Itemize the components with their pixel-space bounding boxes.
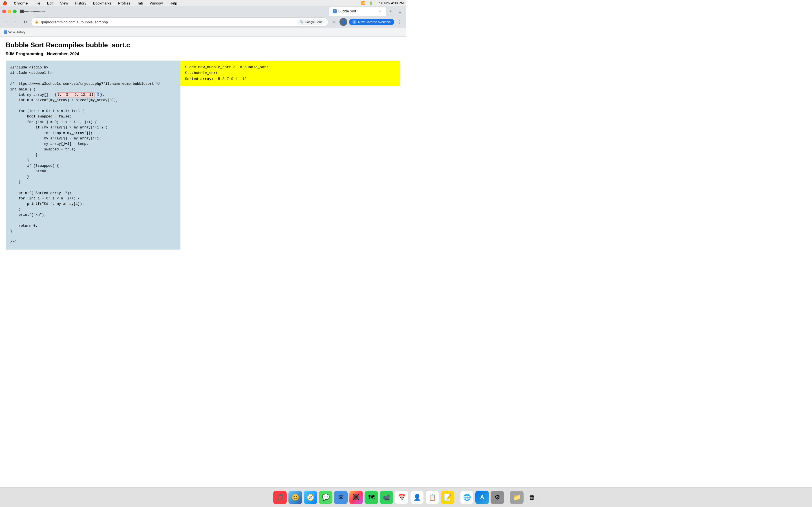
code-line: return 0; — [10, 223, 176, 229]
code-line: printf("%d ", my_array[i]); — [10, 202, 176, 207]
code-line: swapped = true; — [10, 147, 176, 152]
star-icon: ☆ — [332, 20, 336, 24]
menu-edit[interactable]: Edit — [46, 1, 54, 5]
code-line: for (int j = 0; j < n-i-1; j++) { — [10, 120, 176, 125]
code-line: } — [10, 152, 176, 158]
negative-highlight: -5 — [94, 93, 100, 98]
bookmark-view-history[interactable]: View History — [2, 30, 27, 34]
reload-icon: ↻ — [24, 20, 27, 24]
toolbar-icon-group: ⬛▪️▪️▪️▪️▪️▪️▪️▪️▪️▪️▪️▪️▪️▪️▪️▪️▪️▪️▪️ — [20, 10, 45, 13]
menu-bookmarks[interactable]: Bookmarks — [92, 1, 112, 5]
code-line: for (int i = 0; i < n-1; i++) { — [10, 109, 176, 114]
terminal-block: $ gcc new_bubble_sort.c -o bubble_sort $… — [181, 61, 400, 86]
code-block: #include <stdio.h> #include <stdbool.h> … — [6, 61, 181, 249]
tab-title: Bubble Sort — [338, 9, 376, 13]
code-line — [10, 234, 176, 240]
bookmark-favicon — [4, 31, 7, 34]
forward-icon: › — [15, 20, 17, 24]
profile-icon: 👤 — [342, 20, 346, 24]
code-line: printf("\n"); — [10, 212, 176, 218]
google-lens-button[interactable]: 🔍 Google Lens — [297, 19, 324, 25]
tab-favicon: C — [333, 9, 337, 13]
security-icon: 🔒 — [35, 20, 39, 24]
code-line: //C — [10, 240, 176, 245]
code-line: break; — [10, 169, 176, 174]
menu-help[interactable]: Help — [168, 1, 179, 5]
forward-button[interactable]: › — [12, 18, 20, 26]
battery-icon[interactable]: 🔋 — [369, 1, 373, 5]
code-line — [10, 218, 176, 223]
maximize-window-button[interactable] — [13, 10, 17, 13]
menu-file[interactable]: File — [33, 1, 42, 5]
code-line: #include <stdio.h> — [10, 65, 176, 70]
ellipsis-icon: ⋮ — [398, 19, 402, 25]
close-window-button[interactable] — [2, 10, 6, 13]
minimize-window-button[interactable] — [8, 10, 11, 13]
content-area: #include <stdio.h> #include <stdbool.h> … — [6, 61, 400, 249]
code-line: if (my_array[j] > my_array[j+1]) { — [10, 125, 176, 130]
google-lens-icon: 🔍 — [300, 20, 304, 24]
traffic-lights — [2, 10, 17, 13]
menu-window[interactable]: Window — [149, 1, 164, 5]
code-line: if (!swapped) { — [10, 163, 176, 169]
code-line: } — [10, 158, 176, 163]
bookmarks-bar: View History — [0, 27, 406, 37]
code-array-line: int my_array[] = {7, 3, 9, 12, 11-5}; — [10, 93, 176, 98]
back-button[interactable]: ‹ — [2, 18, 10, 26]
menu-profiles[interactable]: Profiles — [117, 1, 132, 5]
address-bar: ‹ › ↻ 🔒 rjmprogramming.com.au/bubble_sor… — [0, 16, 406, 27]
chrome-update-icon: ↑ — [352, 20, 356, 24]
code-line: } — [10, 180, 176, 185]
active-tab[interactable]: C Bubble Sort ✕ — [329, 7, 386, 16]
clock: Fri 8 Nov 4:38 PM — [376, 1, 404, 5]
page-title: Bubble Sort Recompiles bubble_sort.c — [6, 41, 400, 49]
menu-chrome[interactable]: Chrome — [13, 1, 29, 5]
back-icon: ‹ — [6, 20, 7, 24]
code-line: } — [10, 174, 176, 180]
terminal-line-1: $ gcc new_bubble_sort.c -o bubble_sort — [185, 64, 396, 70]
menu-view[interactable]: View — [59, 1, 69, 5]
new-tab-button[interactable]: + — [387, 7, 395, 15]
tab-bar: ⬛▪️▪️▪️▪️▪️▪️▪️▪️▪️▪️▪️▪️▪️▪️▪️▪️▪️▪️▪️ … — [0, 6, 406, 16]
code-line: bool swapped = false; — [10, 114, 176, 119]
profile-button[interactable]: 👤 — [340, 18, 347, 26]
terminal-line-2: $ ./bubble_sort — [185, 70, 396, 76]
page-content: Bubble Sort Recompiles bubble_sort.c RJM… — [0, 37, 406, 251]
page-subtitle: RJM Programming - November, 2024 — [6, 51, 400, 56]
code-line — [10, 76, 176, 81]
toolbar-icons: ⬛▪️▪️▪️▪️▪️▪️▪️▪️▪️▪️▪️▪️▪️▪️▪️▪️▪️▪️▪️ — [20, 10, 328, 13]
bookmark-label: View History — [8, 31, 26, 34]
array-highlight: 7, 3, 9, 12, 11 — [57, 93, 94, 98]
code-line: #include <stdbool.h> — [10, 70, 176, 76]
new-chrome-button[interactable]: ↑ New Chrome available — [349, 19, 394, 25]
bookmark-button[interactable]: ☆ — [330, 18, 338, 26]
code-line — [10, 103, 176, 109]
terminal-line-3: Sorted array: -5 3 7 9 11 12 — [185, 76, 396, 82]
wifi-icon[interactable]: 📶 — [361, 1, 365, 5]
google-lens-label: Google Lens — [305, 20, 322, 24]
code-line: printf("Sorted array: "); — [10, 191, 176, 196]
code-line: int main() { — [10, 87, 176, 93]
code-line: for (int i = 0; i < n; i++) { — [10, 196, 176, 202]
url-text: rjmprogramming.com.au/bubble_sort.php — [41, 20, 295, 24]
code-line — [10, 185, 176, 190]
new-chrome-label: New Chrome available — [358, 20, 391, 24]
menu-tab[interactable]: Tab — [136, 1, 144, 5]
reload-button[interactable]: ↻ — [21, 18, 29, 26]
browser-menu-button[interactable]: ⋮ — [396, 18, 404, 26]
url-bar[interactable]: 🔒 rjmprogramming.com.au/bubble_sort.php … — [31, 17, 328, 26]
menu-bar: 🍎 Chrome File Edit View History Bookmark… — [0, 0, 406, 6]
tab-list-button[interactable]: ⌄ — [396, 7, 404, 15]
code-line: my_array[j+1] = temp; — [10, 142, 176, 147]
menu-history[interactable]: History — [73, 1, 87, 5]
code-line: } — [10, 229, 176, 234]
code-line: int temp = my_array[j]; — [10, 131, 176, 136]
code-line: /* https://www.w3schools.com/dsa/trydsa.… — [10, 81, 176, 87]
apple-menu[interactable]: 🍎 — [2, 1, 7, 5]
tab-close-button[interactable]: ✕ — [378, 9, 382, 13]
code-line: int n = sizeof(my_array) / sizeof(my_arr… — [10, 98, 176, 103]
code-line: } — [10, 207, 176, 212]
code-line: my_array[j] = my_array[j+1]; — [10, 136, 176, 142]
